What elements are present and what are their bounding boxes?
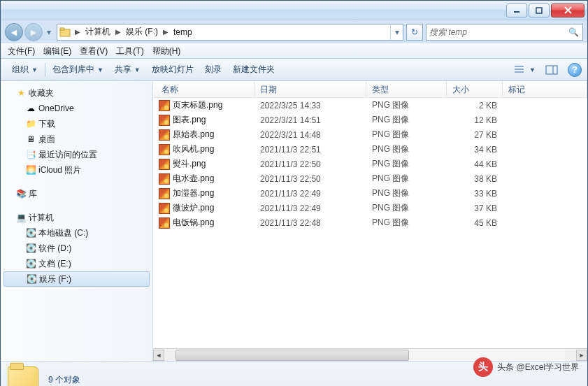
navigation-pane[interactable]: ★收藏夹 ☁OneDrive 📁下载 🖥桌面 📑最近访问的位置 🌅iCloud … [1,81,153,361]
photo-icon: 🌅 [24,165,37,175]
file-name: 电饭锅.png [173,217,214,229]
chevron-right-icon[interactable]: ▶ [113,28,123,36]
breadcrumb-segment[interactable]: 计算机 [83,24,113,40]
drive-icon: 💽 [24,243,37,253]
titlebar[interactable] [1,1,587,20]
file-row[interactable]: 图表.png2022/3/21 14:51PNG 图像12 KB [153,113,587,127]
scroll-thumb[interactable] [175,350,409,361]
scroll-left-button[interactable]: ◄ [153,350,164,361]
file-name: 页末标题.png [173,99,222,111]
file-name: 熨斗.png [173,158,206,170]
help-button[interactable]: ? [568,63,582,77]
tree-desktop[interactable]: 🖥桌面 [1,131,152,147]
minimize-button[interactable] [506,3,527,17]
search-input[interactable] [429,27,568,37]
search-box[interactable]: 🔍 [426,24,583,41]
history-dropdown[interactable]: ▾ [44,23,54,41]
drive-icon: 💽 [24,228,37,238]
new-folder-button[interactable]: 新建文件夹 [227,61,280,78]
file-name: 原始表.png [173,129,214,141]
cloud-icon: ☁ [24,103,37,113]
file-rows[interactable]: 页末标题.png2022/3/25 14:33PNG 图像2 KB图表.png2… [153,98,587,348]
tree-favorites[interactable]: ★收藏夹 [1,85,152,101]
forward-button[interactable]: ► [24,23,43,41]
file-type: PNG 图像 [366,158,447,170]
close-button[interactable] [551,3,585,17]
file-type: PNG 图像 [366,114,447,126]
file-list: 名称 日期 类型 大小 标记 页末标题.png2022/3/25 14:33PN… [153,81,587,361]
file-name: 加湿器.png [173,187,214,199]
file-date: 2021/11/3 22:51 [254,145,366,155]
file-type: PNG 图像 [366,202,447,214]
file-row[interactable]: 电水壶.png2021/11/3 22:50PNG 图像38 KB [153,171,587,186]
breadcrumb[interactable]: ▶ 计算机 ▶ 娱乐 (F:) ▶ temp ▾ [57,24,403,41]
preview-pane-button[interactable] [543,62,561,78]
tree-icloud[interactable]: 🌅iCloud 照片 [1,162,152,178]
tree-downloads[interactable]: 📁下载 [1,116,152,131]
file-size: 34 KB [447,145,503,155]
star-icon: ★ [15,88,27,98]
svg-rect-1 [536,8,542,13]
menu-edit[interactable]: 编辑(E) [39,44,76,59]
file-date: 2022/3/21 14:51 [254,115,366,125]
menu-view[interactable]: 查看(V) [76,44,112,59]
tree-recent[interactable]: 📑最近访问的位置 [1,147,152,162]
file-date: 2022/3/25 14:33 [254,101,366,110]
back-button[interactable]: ◄ [5,23,23,41]
chevron-right-icon[interactable]: ▶ [161,28,171,36]
menu-bar: 文件(F) 编辑(E) 查看(V) 工具(T) 帮助(H) [1,43,587,59]
tree-onedrive[interactable]: ☁OneDrive [1,101,152,116]
image-file-icon [159,100,170,111]
file-row[interactable]: 熨斗.png2021/11/3 22:50PNG 图像44 KB [153,157,587,171]
breadcrumb-segment[interactable]: temp [171,24,195,40]
tree-drive-d[interactable]: 💽软件 (D:) [1,241,152,256]
file-row[interactable]: 微波炉.png2021/11/3 22:49PNG 图像37 KB [153,201,587,215]
folder-icon: 📁 [24,119,37,129]
tree-drive-f[interactable]: 💽娱乐 (F:) [3,271,150,287]
burn-button[interactable]: 刻录 [199,61,227,78]
file-row[interactable]: 加湿器.png2021/11/3 22:49PNG 图像33 KB [153,186,587,201]
column-name[interactable]: 名称 [153,81,254,97]
file-date: 2021/11/3 22:50 [254,174,366,184]
file-row[interactable]: 页末标题.png2022/3/25 14:33PNG 图像2 KB [153,98,587,113]
watermark: 头 头条 @Excel学习世界 [473,357,579,377]
view-mode-button[interactable]: ▼ [511,62,538,78]
menu-file[interactable]: 文件(F) [3,44,39,59]
command-bar: 组织▼ 包含到库中▼ 共享▼ 放映幻灯片 刻录 新建文件夹 ▼ ? [1,59,587,81]
share-button[interactable]: 共享▼ [109,61,146,78]
file-name: 微波炉.png [173,202,214,214]
file-row[interactable]: 电饭锅.png2021/11/3 22:48PNG 图像45 KB [153,215,587,230]
column-mark[interactable]: 标记 [503,81,587,97]
menu-tools[interactable]: 工具(T) [112,44,148,59]
explorer-window: ◄ ► ▾ ▶ 计算机 ▶ 娱乐 (F:) ▶ temp ▾ ↻ 🔍 文件(F)… [0,0,588,386]
breadcrumb-dropdown[interactable]: ▾ [390,24,403,40]
tree-libraries[interactable]: 📚库 [1,186,152,201]
file-name: 吹风机.png [173,143,214,155]
file-date: 2022/3/21 14:48 [254,130,366,140]
column-date[interactable]: 日期 [254,81,366,97]
search-icon[interactable]: 🔍 [568,27,580,37]
watermark-icon: 头 [473,357,493,377]
file-row[interactable]: 吹风机.png2021/11/3 22:51PNG 图像34 KB [153,142,587,157]
tree-drive-e[interactable]: 💽文档 (E:) [1,256,152,271]
file-size: 38 KB [447,174,503,184]
file-size: 37 KB [447,203,503,213]
organize-button[interactable]: 组织▼ [6,61,43,78]
maximize-button[interactable] [529,3,550,17]
library-icon: 📚 [15,189,27,199]
menu-help[interactable]: 帮助(H) [148,44,185,59]
refresh-button[interactable]: ↻ [406,24,423,41]
drive-icon: 💽 [24,259,37,269]
file-date: 2021/11/3 22:50 [254,159,366,169]
breadcrumb-segment[interactable]: 娱乐 (F:) [123,24,161,40]
tree-drive-c[interactable]: 💽本地磁盘 (C:) [1,225,152,241]
column-type[interactable]: 类型 [366,81,447,97]
file-type: PNG 图像 [366,217,447,229]
column-size[interactable]: 大小 [447,81,503,97]
chevron-right-icon[interactable]: ▶ [73,28,83,36]
drive-icon: 💽 [25,274,38,284]
tree-computer[interactable]: 💻计算机 [1,210,152,225]
include-in-library-button[interactable]: 包含到库中▼ [47,61,109,78]
file-row[interactable]: 原始表.png2022/3/21 14:48PNG 图像27 KB [153,127,587,142]
slideshow-button[interactable]: 放映幻灯片 [146,61,199,78]
